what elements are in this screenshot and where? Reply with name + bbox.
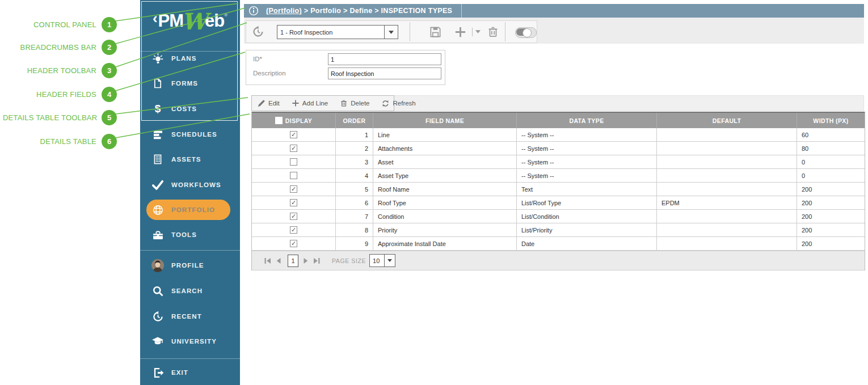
table-row[interactable]: ✓5Roof NameText200 bbox=[252, 183, 865, 196]
prev-page-button[interactable] bbox=[274, 256, 283, 265]
sidebar-item-assets[interactable]: ASSETS bbox=[140, 149, 240, 170]
display-checkbox[interactable] bbox=[290, 158, 297, 166]
data-type-cell: List/Priority bbox=[516, 223, 656, 236]
schedule-icon bbox=[151, 128, 164, 141]
delete-icon[interactable] bbox=[487, 26, 499, 38]
add-caret-icon[interactable] bbox=[475, 30, 481, 33]
sidebar-item-label: EXIT bbox=[171, 369, 188, 376]
display-checkbox[interactable]: ✓ bbox=[290, 199, 297, 206]
breadcrumb-portfolio-link[interactable]: (Portfolio) bbox=[266, 7, 302, 15]
add-line-button[interactable]: Add Line bbox=[292, 99, 328, 107]
display-checkbox[interactable]: ✓ bbox=[290, 240, 297, 247]
table-row[interactable]: ✓7ConditionList/Condition200 bbox=[252, 210, 865, 223]
trash-small-icon bbox=[340, 99, 348, 107]
order-cell: 3 bbox=[335, 155, 373, 168]
add-icon[interactable] bbox=[454, 26, 467, 39]
delete-button[interactable]: Delete bbox=[340, 99, 369, 107]
header-toolbar: 1 - Roof Inspection bbox=[246, 20, 537, 43]
sidebar-item-tools[interactable]: TOOLS bbox=[140, 225, 240, 245]
current-page-box[interactable]: 1 bbox=[288, 255, 298, 267]
record-selector[interactable]: 1 - Roof Inspection bbox=[277, 25, 398, 39]
collapse-sidebar-icon[interactable]: ‹ bbox=[153, 10, 158, 27]
sidebar-item-profile[interactable]: PROFILE bbox=[140, 255, 240, 276]
display-checkbox[interactable]: ✓ bbox=[290, 131, 297, 138]
default-cell bbox=[656, 128, 797, 141]
last-page-button[interactable] bbox=[312, 256, 321, 265]
sidebar-item-plans[interactable]: PLANS bbox=[140, 48, 240, 69]
sidebar-item-exit[interactable]: EXIT bbox=[140, 362, 240, 383]
id-field[interactable] bbox=[328, 53, 441, 65]
breadcrumbs-bar: (Portfolio) > Portfolio > Define > INSPE… bbox=[244, 4, 864, 18]
width-cell: 200 bbox=[797, 210, 865, 223]
document-icon bbox=[151, 77, 164, 90]
select-all-checkbox[interactable] bbox=[275, 117, 283, 124]
order-cell: 7 bbox=[335, 210, 373, 223]
description-field[interactable] bbox=[328, 67, 441, 79]
logo-w: W bbox=[182, 8, 207, 35]
button-label: Edit bbox=[268, 100, 280, 107]
display-checkbox[interactable] bbox=[290, 172, 297, 179]
save-icon[interactable] bbox=[429, 26, 442, 39]
data-type-cell: Text bbox=[516, 183, 656, 196]
table-header-row: DISPLAYORDERFIELD NAMEDATA TYPEDEFAULTWI… bbox=[252, 112, 865, 128]
sidebar-item-search[interactable]: SEARCH bbox=[140, 281, 240, 301]
table-row[interactable]: 3Asset-- System --0 bbox=[252, 155, 865, 169]
refresh-icon bbox=[381, 99, 390, 108]
page-size-select[interactable]: 10 bbox=[369, 254, 395, 267]
dollar-icon: $ bbox=[151, 103, 164, 115]
page-size-label: PAGE SIZE bbox=[332, 257, 366, 264]
display-checkbox[interactable]: ✓ bbox=[290, 226, 297, 234]
table-row[interactable]: ✓9Approximate Install DateDate200 bbox=[252, 237, 865, 251]
display-checkbox[interactable]: ✓ bbox=[290, 145, 297, 152]
order-cell: 6 bbox=[335, 196, 373, 209]
history-icon[interactable] bbox=[252, 26, 264, 38]
search-icon bbox=[151, 285, 164, 297]
toolbar-separator bbox=[505, 22, 505, 41]
check-icon bbox=[151, 179, 164, 191]
display-checkbox[interactable]: ✓ bbox=[290, 213, 297, 220]
sidebar-item-label: PROFILE bbox=[171, 262, 204, 269]
logo-text: PM bbox=[158, 11, 184, 31]
display-checkbox[interactable]: ✓ bbox=[290, 185, 297, 193]
table-row[interactable]: 4Asset Type-- System --0 bbox=[252, 169, 865, 183]
table-row[interactable]: ✓6Roof TypeList/Roof TypeEPDM200 bbox=[252, 196, 865, 210]
sidebar-item-label: PLANS bbox=[171, 55, 196, 62]
edit-button[interactable]: Edit bbox=[257, 99, 280, 108]
annotation-label: HEADER FIELDS bbox=[3, 90, 96, 99]
building-icon bbox=[151, 153, 164, 166]
breadcrumb-separator bbox=[461, 4, 462, 18]
next-page-button[interactable] bbox=[301, 256, 310, 265]
view-toggle[interactable] bbox=[515, 27, 537, 38]
annotation-details-table-toolbar: DETAILS TABLE TOOLBAR5 bbox=[3, 109, 117, 125]
default-cell: EPDM bbox=[656, 196, 797, 209]
annotation-label: CONTROL PANEL bbox=[3, 20, 96, 29]
annotation-label: HEADER TOOLBAR bbox=[3, 66, 96, 75]
sidebar-item-university[interactable]: UNIVERSITY bbox=[140, 331, 240, 352]
annotation-details-table: DETAILS TABLE6 bbox=[3, 133, 117, 149]
first-page-button[interactable] bbox=[263, 256, 272, 265]
button-label: Add Line bbox=[302, 100, 328, 107]
sidebar-item-recent[interactable]: RECENT bbox=[140, 306, 240, 327]
details-toolbar: EditAdd LineDeleteRefresh bbox=[257, 95, 416, 111]
sidebar-item-costs[interactable]: $COSTS bbox=[140, 99, 240, 119]
table-row[interactable]: ✓8PriorityList/Priority200 bbox=[252, 223, 865, 237]
order-cell: 2 bbox=[335, 142, 373, 155]
sidebar-item-label: SEARCH bbox=[171, 287, 203, 294]
width-cell: 60 bbox=[797, 128, 865, 141]
page-size-dropdown-button[interactable] bbox=[384, 255, 395, 266]
sidebar-item-portfolio[interactable]: PORTFOLIO bbox=[140, 200, 240, 220]
info-icon[interactable] bbox=[248, 6, 259, 16]
table-row[interactable]: ✓1Line-- System --60 bbox=[252, 128, 865, 142]
table-row[interactable]: ✓2Attachments-- System --80 bbox=[252, 142, 865, 155]
field-name-cell: Asset Type bbox=[373, 169, 516, 182]
sidebar-item-workflows[interactable]: WORKFLOWS bbox=[140, 175, 240, 195]
record-selector-dropdown-button[interactable] bbox=[384, 26, 398, 39]
sidebar-item-schedules[interactable]: SCHEDULES bbox=[140, 124, 240, 145]
breadcrumb: (Portfolio) > Portfolio > Define > INSPE… bbox=[266, 7, 452, 15]
refresh-button[interactable]: Refresh bbox=[381, 99, 415, 108]
sidebar-divider bbox=[140, 358, 240, 359]
sidebar-item-forms[interactable]: FORMS bbox=[140, 73, 240, 94]
annotation-header-fields: HEADER FIELDS4 bbox=[3, 86, 117, 102]
annotation-number-badge: 4 bbox=[102, 87, 117, 102]
field-name-cell: Attachments bbox=[373, 142, 516, 155]
